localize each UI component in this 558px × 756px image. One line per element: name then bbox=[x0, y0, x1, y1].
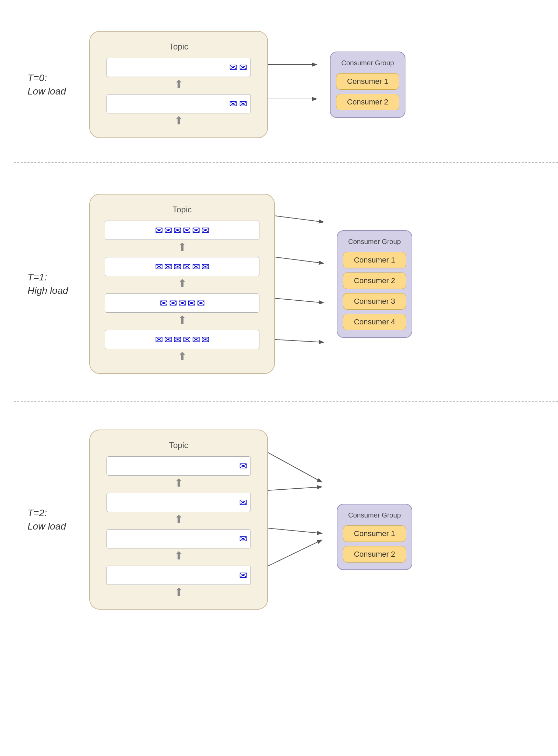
partition-3-t1: ✉ ✉ ✉ ✉ ✉ ✉ bbox=[105, 330, 259, 349]
partition-row-1-t1: ✉ ✉ ✉ ✉ ✉ ✉ ⬆ bbox=[100, 257, 264, 291]
partition-2-t1: ✉ ✉ ✉ ✉ ✉ bbox=[105, 293, 259, 313]
svg-line-8 bbox=[268, 528, 321, 533]
arrow-up-1-t2: ⬆ bbox=[174, 513, 183, 526]
consumer-group-t1: Consumer Group Consumer 1 Consumer 2 Con… bbox=[337, 230, 412, 338]
arrow-up-0-t2: ⬆ bbox=[174, 476, 183, 489]
consumer-group-label-t2: Consumer Group bbox=[343, 511, 406, 519]
partition-0-t2: ✉ bbox=[107, 456, 251, 476]
svg-line-3 bbox=[275, 257, 323, 263]
label-line1-t0: T=0: bbox=[27, 73, 47, 83]
consumer-1-t2: Consumer 1 bbox=[343, 525, 406, 542]
partition-0-t0: ✉ ✉ bbox=[107, 58, 251, 77]
consumer-4-t1: Consumer 4 bbox=[343, 314, 406, 330]
partition-row-3-t2: ✉ ⬆ bbox=[100, 566, 257, 600]
connector-svg-t2 bbox=[268, 434, 337, 605]
partition-row-0-t0: ✉ ✉ ⬆ bbox=[100, 58, 257, 92]
topic-box-t1: Topic ✉ ✉ ✉ ✉ ✉ ✉ ⬆ ✉ ✉ ✉ ✉ bbox=[89, 194, 275, 374]
svg-line-2 bbox=[275, 216, 323, 222]
partition-row-3-t1: ✉ ✉ ✉ ✉ ✉ ✉ ⬆ bbox=[100, 330, 264, 364]
topic-title-t2: Topic bbox=[100, 441, 257, 450]
section-label-t1: T=1: High load bbox=[27, 270, 82, 297]
arrow-up-1-t0: ⬆ bbox=[174, 114, 183, 127]
consumer-group-wrapper-t2: Consumer Group Consumer 1 Consumer 2 bbox=[337, 504, 412, 570]
section-t0: T=0: Low load Topic ✉ ✉ ⬆ ✉ ✉ ⬆ bbox=[0, 0, 558, 152]
consumer-1-t0: Consumer 1 bbox=[336, 73, 399, 90]
label-line2-t0: Low load bbox=[27, 86, 66, 97]
svg-line-6 bbox=[268, 453, 321, 482]
arrow-up-0-t1: ⬆ bbox=[178, 241, 187, 254]
topic-title-t0: Topic bbox=[100, 42, 257, 52]
label-line2-t2: Low load bbox=[27, 521, 66, 532]
envelope-icon: ✉ bbox=[239, 98, 247, 110]
consumer-group-label-t0: Consumer Group bbox=[336, 59, 399, 67]
divider-1 bbox=[14, 162, 558, 163]
topic-box-t2: Topic ✉ ⬆ ✉ ⬆ ✉ ⬆ bbox=[89, 430, 268, 610]
consumer-2-t1: Consumer 2 bbox=[343, 273, 406, 289]
envelope-icon: ✉ bbox=[229, 62, 237, 73]
consumer-1-t1: Consumer 1 bbox=[343, 252, 406, 268]
divider-2 bbox=[14, 401, 558, 402]
section-label-t2: T=2: Low load bbox=[27, 506, 82, 533]
partition-0-t1: ✉ ✉ ✉ ✉ ✉ ✉ bbox=[105, 221, 259, 240]
partition-2-t2: ✉ bbox=[107, 529, 251, 548]
consumer-2-t0: Consumer 2 bbox=[336, 94, 399, 110]
partition-3-t2: ✉ bbox=[107, 566, 251, 585]
svg-line-5 bbox=[275, 340, 323, 342]
section-label-t0: T=0: Low load bbox=[27, 71, 82, 98]
svg-line-9 bbox=[268, 540, 321, 566]
label-line2-t1: High load bbox=[27, 285, 68, 296]
section-t1: T=1: High load Topic ✉ ✉ ✉ ✉ ✉ ✉ ⬆ bbox=[0, 173, 558, 394]
consumer-group-t2: Consumer Group Consumer 1 Consumer 2 bbox=[337, 504, 412, 570]
partition-1-t1: ✉ ✉ ✉ ✉ ✉ ✉ bbox=[105, 257, 259, 276]
partition-row-0-t2: ✉ ⬆ bbox=[100, 456, 257, 491]
connector-svg-t1 bbox=[275, 194, 337, 373]
partition-1-t2: ✉ bbox=[107, 493, 251, 512]
arrow-up-3-t2: ⬆ bbox=[174, 586, 183, 599]
partition-1-t0: ✉ ✉ bbox=[107, 94, 251, 113]
topic-title-t1: Topic bbox=[100, 205, 264, 214]
arrow-up-0-t0: ⬆ bbox=[174, 78, 183, 91]
partition-row-2-t2: ✉ ⬆ bbox=[100, 529, 257, 564]
arrow-up-1-t1: ⬆ bbox=[178, 277, 187, 290]
envelope-icon: ✉ bbox=[239, 62, 247, 73]
svg-line-4 bbox=[275, 298, 323, 303]
label-line1-t1: T=1: bbox=[27, 272, 47, 282]
connector-svg-t0 bbox=[268, 47, 330, 122]
consumer-group-label-t1: Consumer Group bbox=[343, 238, 406, 246]
arrow-up-3-t1: ⬆ bbox=[178, 350, 187, 363]
svg-line-7 bbox=[268, 487, 321, 490]
section-t2: T=2: Low load Topic ✉ ⬆ ✉ ⬆ bbox=[0, 409, 558, 637]
arrow-up-2-t2: ⬆ bbox=[174, 549, 183, 562]
partition-row-1-t2: ✉ ⬆ bbox=[100, 493, 257, 527]
arrow-up-2-t1: ⬆ bbox=[178, 313, 187, 326]
partition-row-0-t1: ✉ ✉ ✉ ✉ ✉ ✉ ⬆ bbox=[100, 221, 264, 255]
consumer-group-t0: Consumer Group Consumer 1 Consumer 2 bbox=[330, 52, 405, 118]
label-line1-t2: T=2: bbox=[27, 508, 47, 518]
partition-row-1-t0: ✉ ✉ ⬆ bbox=[100, 94, 257, 129]
topic-box-t0: Topic ✉ ✉ ⬆ ✉ ✉ ⬆ bbox=[89, 31, 268, 138]
envelope-icon: ✉ bbox=[229, 98, 237, 110]
consumer-2-t2: Consumer 2 bbox=[343, 546, 406, 563]
consumer-3-t1: Consumer 3 bbox=[343, 293, 406, 310]
partition-row-2-t1: ✉ ✉ ✉ ✉ ✉ ⬆ bbox=[100, 293, 264, 328]
